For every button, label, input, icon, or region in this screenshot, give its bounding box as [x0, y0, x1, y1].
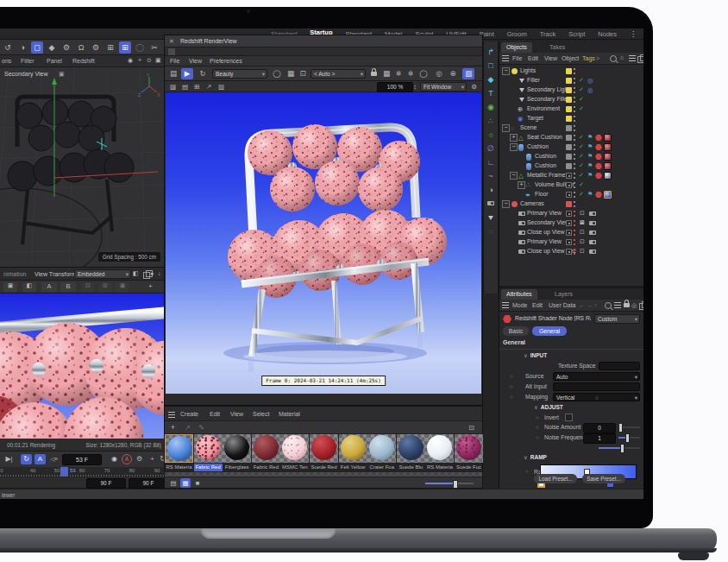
cube-primitive-icon[interactable]: ◆: [485, 73, 497, 85]
sound-icon[interactable]: ◁»: [48, 454, 60, 464]
zoom-level-field[interactable]: 100 %: [377, 82, 413, 92]
record-dot-icon[interactable]: ●: [150, 270, 154, 276]
clear-ab-icon[interactable]: ▣: [116, 282, 129, 292]
menu-view[interactable]: View: [189, 58, 202, 64]
layout-tab[interactable]: Groom: [507, 30, 527, 38]
restart-render-icon[interactable]: ↻: [197, 68, 209, 79]
generator-icon[interactable]: ☼: [485, 129, 497, 141]
view-transform-select[interactable]: Embedded▾: [74, 269, 131, 279]
menu-view[interactable]: View: [230, 411, 243, 417]
menu-file[interactable]: File: [512, 55, 522, 61]
deformer-icon[interactable]: ~: [485, 170, 497, 182]
layout-overflow-icon[interactable]: ⋮: [630, 30, 637, 38]
tree-item-lights[interactable]: − Lights: [499, 66, 643, 76]
bucket-select[interactable]: < Auto >▾: [311, 69, 366, 79]
pixel-grid-icon[interactable]: ▦: [285, 68, 297, 79]
menu-file[interactable]: File: [170, 58, 179, 64]
preset-select[interactable]: Custom▾: [594, 314, 640, 324]
menu-redshift[interactable]: Redshift: [72, 58, 95, 64]
tree-item-scene[interactable]: − ◌ Scene: [499, 123, 643, 133]
shading-icon[interactable]: ◑: [16, 41, 28, 54]
rotate-view-icon[interactable]: ⊙: [147, 57, 152, 64]
material-thumbnail[interactable]: [223, 434, 251, 463]
compare-a-button[interactable]: A: [41, 282, 57, 292]
texture-space-field[interactable]: [599, 362, 640, 370]
rgb-channels-icon[interactable]: ◯: [271, 68, 283, 79]
view-frame-icon-active[interactable]: ⊠: [580, 219, 585, 226]
checker-bg-icon[interactable]: ▨: [167, 82, 179, 92]
material-thumbnail[interactable]: [310, 434, 338, 463]
compare-b-button[interactable]: B: [60, 282, 76, 292]
material-item[interactable]: Fabric Red: [252, 434, 280, 472]
cube-tool-icon[interactable]: ◻: [31, 41, 43, 54]
collapse-icon[interactable]: −: [502, 67, 510, 75]
material-thumbnail[interactable]: [455, 434, 483, 463]
add-material-icon[interactable]: +: [167, 423, 179, 433]
extra-slider[interactable]: [599, 447, 640, 449]
tab-attributes[interactable]: Attributes: [501, 289, 537, 300]
undo-icon[interactable]: ↺: [2, 41, 14, 54]
layout-tab[interactable]: Track: [540, 30, 555, 38]
tab-layers[interactable]: Layers: [549, 289, 578, 300]
region-icon[interactable]: ◯: [417, 68, 430, 79]
aov-icon[interactable]: ▥: [462, 68, 474, 79]
group-ramp[interactable]: ∨RAMP: [524, 454, 547, 461]
pop-out-icon[interactable]: [637, 56, 643, 63]
tree-item-environment[interactable]: ⊕ Environment ✓: [499, 104, 643, 114]
phong-tag-icon[interactable]: ⚑: [587, 134, 593, 141]
menu-filter[interactable]: Filter: [21, 58, 35, 64]
material-item[interactable]: Crater Foa: [367, 434, 396, 472]
load-preset-button[interactable]: Load Preset...: [534, 474, 577, 483]
menu-view[interactable]: View: [544, 55, 557, 61]
current-frame-field[interactable]: 53 F: [62, 454, 102, 465]
tree-item-camera[interactable]: Close up View Sec ⊡: [499, 247, 643, 256]
menu-tags[interactable]: Tags: [582, 55, 595, 61]
closeup-viewport[interactable]: [0, 294, 164, 439]
target-tag-icon[interactable]: ◎: [587, 77, 593, 85]
cloner-icon[interactable]: ∴: [485, 115, 497, 127]
camera-tag-icon[interactable]: [589, 212, 596, 216]
tree-item-volume-builder[interactable]: + ∴ Volume Builder ✓: [499, 180, 643, 190]
tree-item-light[interactable]: Secondary Filler ✓: [499, 95, 643, 104]
tree-item-metallic-frame[interactable]: − △ Metallic Frame ✓ ⚑: [499, 171, 643, 180]
close-icon[interactable]: ✕: [169, 38, 174, 45]
image-icon[interactable]: ▤: [179, 82, 191, 92]
material-tag-thumbnail[interactable]: [604, 134, 612, 142]
thumbnail-size-slider[interactable]: [425, 483, 474, 484]
menu-material[interactable]: Material: [279, 411, 300, 417]
noise-amount-field[interactable]: 0: [583, 423, 616, 433]
menu-panel[interactable]: Panel: [47, 58, 62, 64]
renderview-titlebar[interactable]: ✕ Redshift RenderView: [165, 35, 482, 47]
tree-item-cushion[interactable]: − Cushion ✓ ⚑: [499, 142, 643, 152]
open-material-icon[interactable]: ↗: [182, 423, 193, 433]
settings-icon[interactable]: ⚙: [90, 41, 102, 54]
tree-item-target[interactable]: ◉ Target: [499, 114, 643, 123]
back-icon[interactable]: ←: [579, 302, 585, 308]
tab-objects[interactable]: Objects: [501, 42, 532, 53]
search-icon[interactable]: [605, 302, 612, 309]
move-view-icon[interactable]: +: [138, 57, 141, 63]
secondary-viewport[interactable]: Y Z X Secondary View ▣ Grid Spacing : 50…: [0, 67, 164, 268]
download-icon[interactable]: ↓: [158, 270, 161, 276]
spline-tool-icon[interactable]: Ω: [75, 41, 87, 54]
bucket-grid-icon[interactable]: ▦: [380, 68, 392, 79]
menu-more-icon[interactable]: >: [596, 55, 599, 61]
material-item[interactable]: RS Materia: [425, 434, 454, 472]
editor-toggle[interactable]: [566, 173, 572, 179]
grid-snap-icon[interactable]: ⊞: [104, 41, 116, 54]
material-item[interactable]: Suede Red: [310, 434, 338, 472]
noise-amount-slider[interactable]: [618, 426, 640, 428]
autokey-record-icon[interactable]: A: [122, 454, 132, 464]
pan-icon[interactable]: +: [148, 282, 153, 290]
zoom-spinner-icon[interactable]: ↕: [411, 82, 418, 92]
single-view-icon[interactable]: ■: [192, 478, 203, 488]
material-item[interactable]: RS Materia: [165, 434, 193, 472]
renderview-settings-icon[interactable]: ⚙: [468, 82, 480, 92]
timeline-ruler[interactable]: 0 40 50 60 70 80 90 53: [0, 467, 164, 477]
save-preset-button[interactable]: Save Preset...: [582, 474, 625, 483]
material-item[interactable]: Fabric Red: [194, 434, 223, 472]
viewport-menu-icon[interactable]: ▣: [59, 71, 65, 78]
maximize-view-icon[interactable]: ▣: [155, 57, 161, 64]
layout-tab[interactable]: Nodes: [598, 30, 617, 38]
spline-pen-icon[interactable]: ↱: [485, 46, 497, 58]
